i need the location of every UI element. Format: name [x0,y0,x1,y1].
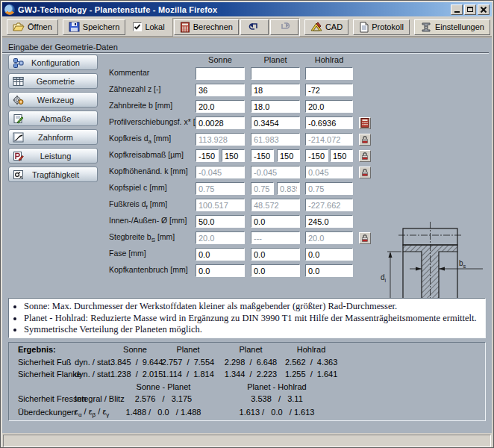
result-value: 1.238 / 2.015 [110,370,160,379]
results-panel: Ergebnis: Sonne Planet Planet Hohlrad Si… [8,342,486,421]
fase-planet-input[interactable] [251,248,300,261]
zahnbreite-hohlrad-input[interactable] [305,100,353,113]
zaehnezahl-hohlrad-input[interactable] [305,84,353,96]
note-item: Symmetrische Verteilung der Planeten mög… [24,324,481,336]
innenaussen-hohlrad-input[interactable] [305,215,353,228]
fase-hohlrad-input[interactable] [305,248,353,261]
kopfkantenbruch-sonne-input[interactable] [196,264,245,277]
kopfkreisabmass-lock-button[interactable] [359,150,371,162]
cad-icon [310,22,322,32]
page-title: Eingabe der Geometrie-Daten [8,43,118,52]
minimize-button[interactable] [451,4,463,15]
field-label: Zähnezahl z [-] [109,84,193,96]
kopfkreis-hohlrad-input[interactable] [305,133,353,146]
result-value: 1.613 / 0.0 / 1.613 [216,408,337,417]
close-button[interactable] [478,4,490,15]
local-checkbox[interactable] [133,22,142,31]
row-zaehnezahl: Zähnezahl z [-] [2,84,492,96]
open-label: Öffnen [28,22,52,31]
innenaussen-planet-input[interactable] [251,215,300,228]
kommentar-sonne-input[interactable] [196,67,245,80]
kommentar-planet-input[interactable] [251,67,300,80]
column-header-planet: Planet [251,55,300,66]
check-icon [134,23,141,31]
fusskreis-planet-input[interactable] [251,199,300,211]
maximize-button[interactable] [464,4,476,15]
result-value: 2.757 / 7.554 [160,358,216,367]
profil-sonne-input[interactable] [196,116,245,129]
protocol-label: Protokoll [372,22,404,31]
zaehnezahl-planet-input[interactable] [251,84,300,96]
row-zahnbreite: Zahnbreite b [mm] [2,100,492,113]
kopfkreisabmass-hohlrad-max-input[interactable] [330,149,353,162]
fase-sonne-input[interactable] [196,248,245,261]
fusskreis-sonne-input[interactable] [196,199,245,211]
status-bar [3,435,491,447]
kopfkreis-sonne-input[interactable] [196,133,245,146]
field-label: Innen-/Außen- Ø [mm] [109,216,193,227]
protocol-button[interactable]: Protokoll [353,19,410,35]
kopfkreisabmass-sonne-max-input[interactable] [222,149,245,162]
row-profilverschiebung: Profilverschiebungsf. x* [-] [2,116,492,129]
kopfhoehenaend-sonne-input[interactable] [196,166,245,178]
row-kopfspiel: Kopfspiel c [mm] [2,182,492,195]
window-title: GWJ-Technology - Planetenstufe - Mozilla… [18,5,451,14]
innenaussen-sonne-input[interactable] [196,215,245,228]
calculate-button[interactable]: Berechnen [174,19,239,35]
kopfhoehenaend-lock-button[interactable] [359,167,371,178]
cad-button[interactable]: CAD [304,19,348,35]
lock-icon [360,152,369,161]
results-pair-header: Sonne - Planet [110,382,216,391]
kopfhoehenaend-planet-input[interactable] [251,166,300,178]
local-label: Lokal [145,22,164,31]
calculator-icon [180,22,190,33]
section-divider [2,52,489,54]
kopfspiel-sonne-input[interactable] [196,182,245,195]
kopfkreis-planet-input[interactable] [251,133,300,146]
title-bar: GWJ-Technology - Planetenstufe - Mozilla… [2,2,492,16]
save-button[interactable]: Speichern [63,19,126,35]
result-row-sublabel: dyn. / stat. [75,370,110,379]
kopfkantenbruch-planet-input[interactable] [251,264,300,277]
result-value: 1.255 / 1.641 [285,370,337,379]
result-row-label: Sicherheit Fuß [18,358,75,367]
kopfspiel-hohlrad-input[interactable] [305,182,353,195]
kopfkreisabmass-planet-max-input[interactable] [277,149,300,162]
firefox-icon [4,4,15,15]
stegbreite-planet-input[interactable] [251,231,300,244]
fusskreis-hohlrad-input[interactable] [305,199,353,211]
result-value: 2.562 / 4.363 [285,358,337,367]
local-checkbox-group[interactable]: Lokal [130,22,167,31]
stegbreite-hohlrad-input[interactable] [305,231,353,244]
kopfkreisabmass-planet-min-input[interactable] [251,149,274,162]
settings-label: Einstellungen [435,22,484,31]
open-button[interactable]: Öffnen [7,19,58,35]
kopfkreisabmass-sonne-min-input[interactable] [196,149,219,162]
zahnbreite-planet-input[interactable] [251,100,300,113]
settings-button[interactable]: Einstellungen [414,19,490,35]
kopfspiel-planet-input[interactable] [251,182,274,195]
kopfkantenbruch-hohlrad-input[interactable] [305,264,353,277]
profil-hohlrad-input[interactable] [305,116,353,129]
zaehnezahl-sonne-input[interactable] [196,84,245,96]
calculator-icon [360,118,369,128]
kopfspiel-planet2-input[interactable] [277,182,300,195]
kommentar-hohlrad-input[interactable] [305,67,353,80]
settings-wrench-icon [420,22,432,33]
column-headers: Sonne Planet Hohlrad [2,55,492,66]
close-icon [481,7,487,13]
profil-calculator-button[interactable] [359,117,371,129]
undo-button[interactable] [240,19,269,35]
kopfhoehenaend-hohlrad-input[interactable] [305,166,353,178]
stegbreite-lock-button[interactable] [359,232,371,244]
kopfkreis-lock-button[interactable] [359,134,371,146]
redo-button[interactable] [270,19,298,35]
toolbar: Öffnen Speichern Lokal Berechnen [2,17,492,37]
results-header: Sonne [110,345,160,354]
stegbreite-sonne-input[interactable] [196,231,245,244]
result-value: 3.845 / 9.644 [110,358,160,367]
kopfkreisabmass-hohlrad-min-input[interactable] [305,149,328,162]
zahnbreite-sonne-input[interactable] [196,100,245,113]
profil-planet-input[interactable] [251,116,300,129]
field-label: Kopfhöhenänd. k [mm] [109,167,193,178]
